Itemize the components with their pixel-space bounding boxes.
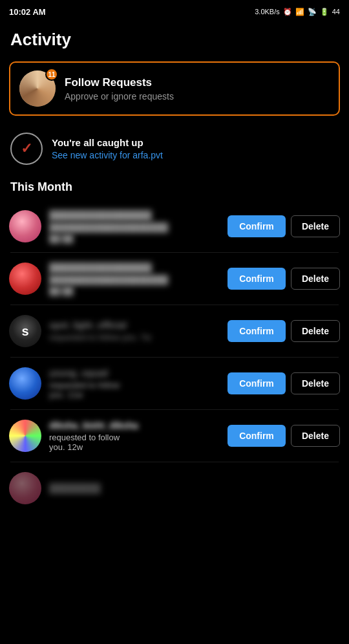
status-time: 10:02 AM (9, 7, 46, 17)
caught-up-title: You're all caught up (52, 137, 163, 148)
network-speed: 3.0KB/s (255, 8, 280, 16)
delete-button[interactable]: Delete (291, 425, 340, 447)
activity-info: diksha_bisht_diksha requested to followy… (49, 420, 220, 452)
activity-description: requested to followyou. 12w (49, 433, 220, 452)
activity-actions: Confirm Delete (227, 215, 340, 237)
checkmark-icon: ✓ (21, 140, 32, 157)
activity-item: ████████████████ ████████████████████ ██… (0, 253, 349, 305)
username: young_squad (49, 368, 220, 378)
follow-requests-title: Follow Requests (65, 76, 174, 89)
confirm-button[interactable]: Confirm (227, 372, 286, 394)
caught-up-section: ✓ You're all caught up See new activity … (0, 125, 349, 175)
activity-item: diksha_bisht_diksha requested to followy… (0, 410, 349, 462)
status-bar: 10:02 AM 3.0KB/s ⏰ 📶 📡 🔋 44 (0, 0, 349, 23)
activity-time: ██ ██ (49, 234, 220, 243)
activity-description: requested to follow you. 7w (49, 332, 220, 342)
confirm-button[interactable]: Confirm (227, 215, 286, 237)
username: ████████ (49, 483, 340, 493)
wifi-icon: 📡 (308, 8, 317, 16)
follow-requests-subtitle: Approve or ignore requests (65, 91, 174, 102)
follow-requests-card[interactable]: 11 Follow Requests Approve or ignore req… (9, 61, 340, 116)
avatar-initial: s (21, 324, 28, 339)
page-header: Activity (0, 23, 349, 59)
avatar (9, 210, 41, 242)
activity-actions: Confirm Delete (227, 372, 340, 394)
activity-info: young_squad requested to followyou. 11w (49, 368, 220, 400)
delete-button[interactable]: Delete (291, 372, 340, 394)
battery-level: 44 (332, 8, 340, 16)
caught-up-text: You're all caught up See new activity fo… (52, 137, 163, 160)
caught-up-icon: ✓ (10, 133, 43, 165)
avatar (9, 420, 41, 452)
confirm-button[interactable]: Confirm (227, 320, 286, 342)
follow-requests-avatar-wrap: 11 (19, 70, 56, 107)
activity-item: young_squad requested to followyou. 11w … (0, 358, 349, 409)
avatar (9, 367, 41, 400)
follow-requests-text: Follow Requests Approve or ignore reques… (65, 76, 174, 102)
battery-icon: 🔋 (320, 8, 329, 16)
activity-item: s spot_light_official requested to follo… (0, 305, 349, 357)
username: ████████████████ (49, 210, 220, 220)
avatar (9, 263, 41, 295)
activity-actions: Confirm Delete (227, 320, 340, 342)
confirm-button[interactable]: Confirm (227, 425, 286, 447)
signal-icon: 📶 (295, 8, 304, 16)
username: spot_light_official (49, 320, 220, 330)
username: diksha_bisht_diksha (49, 420, 220, 431)
avatar: s (9, 315, 41, 347)
page-title: Activity (10, 30, 71, 49)
confirm-button[interactable]: Confirm (227, 268, 286, 290)
caught-up-link[interactable]: See new activity for arfa.pvt (52, 150, 163, 160)
activity-description: ████████████████████ (49, 222, 220, 232)
delete-button[interactable]: Delete (291, 215, 340, 237)
activity-info: ████████ (49, 483, 340, 493)
activity-time: ██ ██ (49, 286, 220, 295)
activity-description: ████████████████████ (49, 275, 220, 284)
delete-button[interactable]: Delete (291, 320, 340, 342)
alarm-icon: ⏰ (283, 8, 292, 16)
activity-time-clear: you. 12w (49, 442, 83, 452)
activity-info: ████████████████ ████████████████████ ██… (49, 210, 220, 243)
activity-item: ████████████████ ████████████████████ ██… (0, 200, 349, 252)
activity-item: ████████ (0, 462, 349, 514)
username: ████████████████ (49, 263, 220, 273)
status-icons: 3.0KB/s ⏰ 📶 📡 🔋 44 (255, 8, 340, 16)
activity-description: requested to followyou. 11w (49, 380, 220, 400)
avatar (9, 472, 41, 504)
activity-actions: Confirm Delete (227, 425, 340, 447)
section-title-this-month: This Month (0, 175, 349, 200)
activity-actions: Confirm Delete (227, 268, 340, 290)
activity-info: spot_light_official requested to follow … (49, 320, 220, 342)
activity-info: ████████████████ ████████████████████ ██… (49, 263, 220, 295)
delete-button[interactable]: Delete (291, 268, 340, 290)
follow-requests-badge: 11 (45, 68, 58, 81)
